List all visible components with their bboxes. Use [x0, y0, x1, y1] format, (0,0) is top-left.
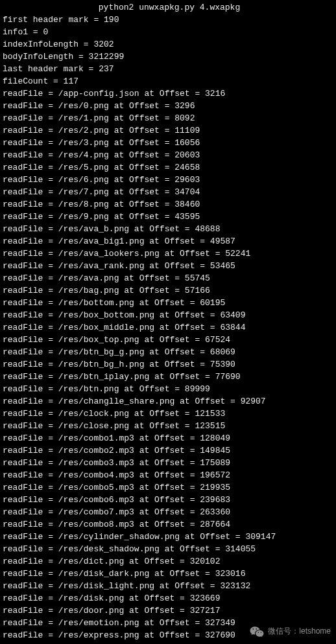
output-line: readFile = /res/0.png at Offset = 3296: [0, 100, 336, 112]
terminal-output: python2 unwxapkg.py 4.wxapkg first heade…: [0, 0, 336, 644]
output-line: readFile = /res/box_top.png at Offset = …: [0, 334, 336, 346]
header-index-length: indexInfoLength = 3202: [0, 38, 336, 51]
output-line: readFile = /res/ava.png at Offset = 5574…: [0, 272, 336, 284]
output-line: readFile = /res/disk.png at Offset = 323…: [0, 592, 336, 604]
output-line: readFile = /res/combo8.mp3 at Offset = 2…: [0, 518, 336, 531]
output-line: readFile = /res/9.png at Offset = 43595: [0, 211, 336, 223]
output-line: readFile = /res/btn_bg_g.png at Offset =…: [0, 346, 336, 358]
file-list: readFile = /app-config.json at Offset = …: [0, 87, 336, 641]
watermark-text: 微信号：letshome: [268, 625, 331, 638]
output-line: readFile = /res/changlle_share.png at Of…: [0, 395, 336, 408]
output-line: readFile = /res/btn_bg_h.png at Offset =…: [0, 358, 336, 371]
output-line: readFile = /res/ava_lookers.png at Offse…: [0, 247, 336, 260]
terminal-command: python2 unwxapkg.py 4.wxapkg: [0, 0, 336, 14]
header-first-mark: first header mark = 190: [0, 14, 336, 26]
output-line: readFile = /res/5.png at Offset = 24658: [0, 161, 336, 174]
output-line: readFile = /res/close.png at Offset = 12…: [0, 420, 336, 432]
output-line: readFile = /res/combo1.mp3 at Offset = 1…: [0, 432, 336, 444]
output-line: readFile = /res/combo3.mp3 at Offset = 1…: [0, 457, 336, 469]
output-line: readFile = /res/box_middle.png at Offset…: [0, 321, 336, 334]
watermark: 微信号：letshome: [250, 625, 331, 638]
output-line: readFile = /app-config.json at Offset = …: [0, 87, 336, 100]
output-line: readFile = /res/8.png at Offset = 38460: [0, 198, 336, 211]
output-line: readFile = /res/disk_dark.png at Offset …: [0, 568, 336, 580]
output-line: readFile = /res/2.png at Offset = 11109: [0, 124, 336, 137]
output-line: readFile = /res/combo4.mp3 at Offset = 1…: [0, 469, 336, 481]
output-line: readFile = /res/combo7.mp3 at Offset = 2…: [0, 506, 336, 518]
output-line: readFile = /res/6.png at Offset = 29603: [0, 174, 336, 186]
output-line: readFile = /res/ava_rank.png at Offset =…: [0, 260, 336, 272]
output-line: readFile = /res/box_bottom.png at Offset…: [0, 309, 336, 321]
header-body-length: bodyInfoLength = 3212299: [0, 51, 336, 63]
wechat-icon: [250, 626, 264, 638]
output-line: readFile = /res/4.png at Offset = 20603: [0, 149, 336, 161]
output-line: readFile = /res/ava_big1.png at Offset =…: [0, 235, 336, 247]
output-line: readFile = /res/combo2.mp3 at Offset = 1…: [0, 444, 336, 457]
output-line: readFile = /res/bottom.png at Offset = 6…: [0, 297, 336, 309]
output-line: readFile = /res/combo6.mp3 at Offset = 2…: [0, 494, 336, 506]
output-line: readFile = /res/clock.png at Offset = 12…: [0, 408, 336, 420]
output-line: readFile = /res/door.png at Offset = 327…: [0, 604, 336, 617]
output-line: readFile = /res/3.png at Offset = 16056: [0, 137, 336, 149]
output-line: readFile = /res/disk_light.png at Offset…: [0, 580, 336, 592]
output-line: readFile = /res/desk_shadow.png at Offse…: [0, 543, 336, 555]
output-line: readFile = /res/btn.png at Offset = 8999…: [0, 383, 336, 395]
output-line: readFile = /res/ava_b.png at Offset = 48…: [0, 223, 336, 235]
output-line: readFile = /res/bag.png at Offset = 5716…: [0, 284, 336, 297]
output-line: readFile = /res/7.png at Offset = 34704: [0, 186, 336, 198]
output-line: readFile = /res/cylinder_shadow.png at O…: [0, 531, 336, 543]
output-line: readFile = /res/btn_iplay.png at Offset …: [0, 371, 336, 383]
header-info1: info1 = 0: [0, 26, 336, 38]
output-line: readFile = /res/combo5.mp3 at Offset = 2…: [0, 481, 336, 494]
output-line: readFile = /res/1.png at Offset = 8092: [0, 112, 336, 124]
header-file-count: fileCount = 117: [0, 75, 336, 87]
header-last-mark: last header mark = 237: [0, 63, 336, 75]
output-line: readFile = /res/dict.png at Offset = 320…: [0, 555, 336, 568]
